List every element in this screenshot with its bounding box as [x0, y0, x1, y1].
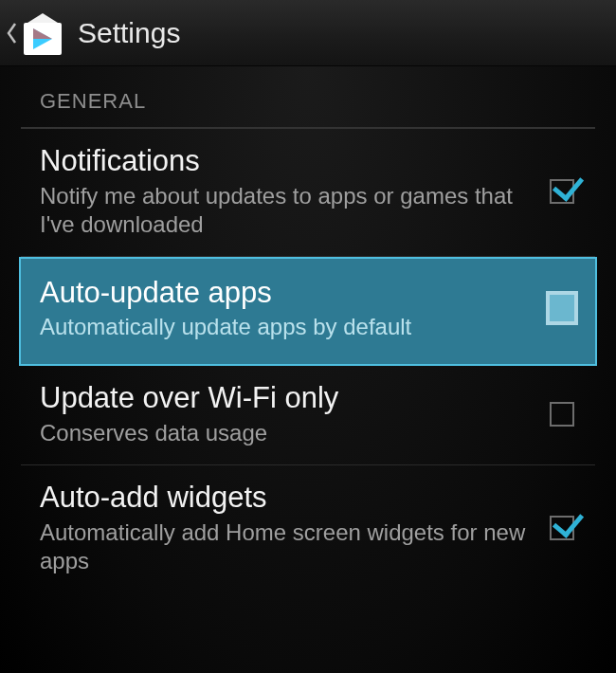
setting-subtitle: Conserves data usage: [40, 419, 536, 447]
checkbox-notifications[interactable]: [546, 175, 578, 208]
setting-auto-add-widgets[interactable]: Auto-add widgets Automatically add Home …: [21, 465, 595, 592]
play-store-icon[interactable]: [19, 9, 66, 57]
checkbox-auto-add-widgets[interactable]: [546, 512, 578, 544]
checkmark-icon: [550, 516, 574, 540]
setting-subtitle: Automatically add Home screen widgets fo…: [40, 518, 536, 575]
setting-notifications[interactable]: Notifications Notify me about updates to…: [21, 129, 595, 257]
checkbox-auto-update[interactable]: [546, 292, 578, 324]
back-icon[interactable]: [6, 20, 17, 46]
checkmark-icon: [550, 179, 574, 204]
setting-title: Auto-add widgets: [40, 481, 536, 515]
setting-subtitle: Notify me about updates to apps or games…: [40, 182, 536, 239]
settings-list: GENERAL Notifications Notify me about up…: [0, 66, 616, 673]
action-bar: Settings: [0, 0, 616, 66]
setting-auto-update-apps[interactable]: Auto-update apps Automatically update ap…: [19, 257, 597, 367]
setting-title: Notifications: [40, 144, 536, 178]
checkbox-icon: [546, 291, 578, 325]
setting-title: Auto-update apps: [40, 276, 536, 310]
checkbox-wifi-only[interactable]: [546, 398, 578, 430]
page-title: Settings: [78, 17, 180, 49]
section-header-general: GENERAL: [21, 66, 595, 129]
setting-update-wifi-only[interactable]: Update over Wi-Fi only Conserves data us…: [21, 366, 595, 465]
setting-title: Update over Wi-Fi only: [40, 381, 536, 415]
setting-subtitle: Automatically update apps by default: [40, 313, 536, 341]
checkbox-icon: [550, 402, 574, 427]
